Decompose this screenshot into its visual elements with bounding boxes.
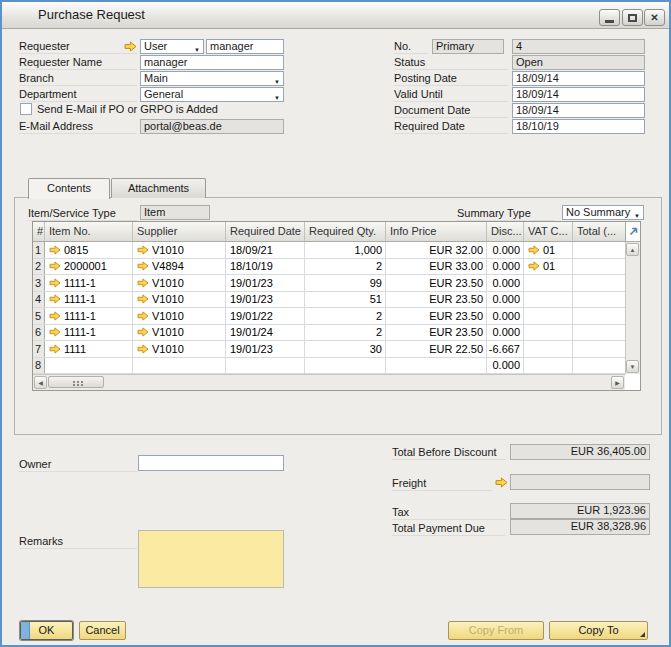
owner-input[interactable] <box>138 455 284 471</box>
no-series-field[interactable]: Primary <box>432 39 504 54</box>
link-arrow-icon[interactable] <box>124 41 137 52</box>
table-cell[interactable]: EUR 23.50 <box>386 308 487 324</box>
table-cell[interactable]: 1111-1 <box>45 275 133 291</box>
table-cell[interactable]: 1,000 <box>305 242 386 258</box>
table-cell[interactable] <box>133 358 226 374</box>
table-cell[interactable]: EUR 22.50 <box>386 341 487 357</box>
grid-expand-button[interactable] <box>625 222 640 242</box>
table-cell[interactable]: 19/01/24 <box>226 325 305 341</box>
table-cell[interactable]: EUR 32.00 <box>386 242 487 258</box>
table-cell[interactable] <box>573 358 625 374</box>
table-cell[interactable]: 0.000 <box>487 325 524 341</box>
valid-until-input[interactable]: 18/09/14 <box>512 87 645 102</box>
column-header[interactable]: VAT C... <box>524 222 573 241</box>
vertical-scrollbar[interactable]: ▲ ▼ <box>625 242 640 374</box>
table-cell[interactable]: 18/10/19 <box>226 259 305 275</box>
table-cell[interactable]: 0.000 <box>487 275 524 291</box>
table-cell[interactable]: EUR 23.50 <box>386 292 487 308</box>
column-header[interactable]: Info Price <box>386 222 487 241</box>
scrollbar-thumb[interactable] <box>48 376 104 388</box>
table-cell[interactable]: V1010 <box>133 325 226 341</box>
table-cell[interactable]: 2 <box>305 308 386 324</box>
table-cell[interactable] <box>524 275 573 291</box>
table-cell[interactable]: 99 <box>305 275 386 291</box>
table-cell[interactable] <box>573 308 625 324</box>
table-row[interactable]: 41111-1V101019/01/2351EUR 23.500.000 <box>33 292 625 309</box>
table-cell[interactable]: 1111-1 <box>45 308 133 324</box>
table-cell[interactable]: 2000001 <box>45 259 133 275</box>
requester-type-dropdown[interactable]: User▼ <box>140 39 204 54</box>
table-cell[interactable]: 19/01/23 <box>226 275 305 291</box>
table-cell[interactable]: V1010 <box>133 308 226 324</box>
table-cell[interactable] <box>573 325 625 341</box>
table-cell[interactable]: -6.667 <box>487 341 524 357</box>
column-header[interactable]: Required Date <box>226 222 305 241</box>
table-cell[interactable] <box>524 308 573 324</box>
table-row[interactable]: 61111-1V101019/01/242EUR 23.500.000 <box>33 325 625 342</box>
table-cell[interactable] <box>573 275 625 291</box>
table-cell[interactable]: 6 <box>33 325 45 341</box>
table-cell[interactable] <box>524 358 573 374</box>
table-cell[interactable] <box>305 358 386 374</box>
table-cell[interactable] <box>386 358 487 374</box>
table-cell[interactable]: 2 <box>305 259 386 275</box>
table-cell[interactable]: 5 <box>33 308 45 324</box>
table-cell[interactable]: 0.000 <box>487 242 524 258</box>
table-cell[interactable] <box>573 292 625 308</box>
maximize-button[interactable] <box>622 9 643 26</box>
table-cell[interactable] <box>524 325 573 341</box>
table-cell[interactable]: 01 <box>524 242 573 258</box>
scroll-down-button[interactable]: ▼ <box>626 360 639 373</box>
table-cell[interactable] <box>524 341 573 357</box>
table-cell[interactable] <box>524 292 573 308</box>
posting-date-input[interactable]: 18/09/14 <box>512 71 645 86</box>
link-arrow-icon[interactable] <box>495 477 508 488</box>
table-cell[interactable] <box>45 358 133 374</box>
table-cell[interactable]: 0815 <box>45 242 133 258</box>
table-cell[interactable]: 51 <box>305 292 386 308</box>
table-cell[interactable]: 19/01/23 <box>226 292 305 308</box>
table-cell[interactable]: 19/01/22 <box>226 308 305 324</box>
department-dropdown[interactable]: General▼ <box>140 87 284 102</box>
table-row[interactable]: 51111-1V101019/01/222EUR 23.500.000 <box>33 308 625 325</box>
scroll-up-button[interactable]: ▲ <box>626 243 639 256</box>
table-cell[interactable]: 2 <box>33 259 45 275</box>
required-date-input[interactable]: 18/10/19 <box>512 119 645 134</box>
table-row[interactable]: 80.000 <box>33 358 625 375</box>
table-cell[interactable]: 4 <box>33 292 45 308</box>
table-cell[interactable]: 19/01/23 <box>226 341 305 357</box>
table-cell[interactable]: V1010 <box>133 292 226 308</box>
item-service-type-field[interactable]: Item <box>140 205 210 220</box>
table-cell[interactable]: V1010 <box>133 275 226 291</box>
table-row[interactable]: 71111V101019/01/2330EUR 22.50-6.667 <box>33 341 625 358</box>
table-cell[interactable]: 8 <box>33 358 45 374</box>
copy-to-button[interactable]: Copy To <box>549 621 648 640</box>
table-cell[interactable]: 1111-1 <box>45 292 133 308</box>
column-header[interactable]: # <box>33 222 45 241</box>
tab-contents[interactable]: Contents <box>28 178 110 199</box>
table-cell[interactable] <box>573 242 625 258</box>
close-button[interactable]: ✕ <box>644 9 665 26</box>
minimize-button[interactable] <box>599 9 620 26</box>
table-cell[interactable]: 1111-1 <box>45 325 133 341</box>
table-row[interactable]: 31111-1V101019/01/2399EUR 23.500.000 <box>33 275 625 292</box>
table-cell[interactable]: 1111 <box>45 341 133 357</box>
horizontal-scrollbar[interactable]: ◀ ▶ <box>33 374 625 390</box>
table-row[interactable]: 22000001V489418/10/192EUR 33.000.00001 <box>33 259 625 276</box>
table-row[interactable]: 10815V101018/09/211,000EUR 32.000.00001 <box>33 242 625 259</box>
table-cell[interactable] <box>573 259 625 275</box>
summary-type-dropdown[interactable]: No Summary▼ <box>562 205 644 220</box>
send-email-checkbox[interactable] <box>20 103 32 115</box>
table-cell[interactable]: EUR 23.50 <box>386 325 487 341</box>
ok-button[interactable]: OK <box>20 621 73 640</box>
tab-attachments[interactable]: Attachments <box>111 178 206 198</box>
cancel-button[interactable]: Cancel <box>79 621 126 640</box>
title-bar[interactable]: Purchase Request ✕ <box>2 2 669 29</box>
table-cell[interactable]: V1010 <box>133 341 226 357</box>
column-header[interactable]: Required Qty. <box>305 222 386 241</box>
column-header[interactable]: Supplier <box>133 222 226 241</box>
branch-dropdown[interactable]: Main▼ <box>140 71 284 86</box>
table-cell[interactable] <box>226 358 305 374</box>
requester-input[interactable]: manager <box>206 39 284 54</box>
column-header[interactable]: Disc... <box>487 222 524 241</box>
